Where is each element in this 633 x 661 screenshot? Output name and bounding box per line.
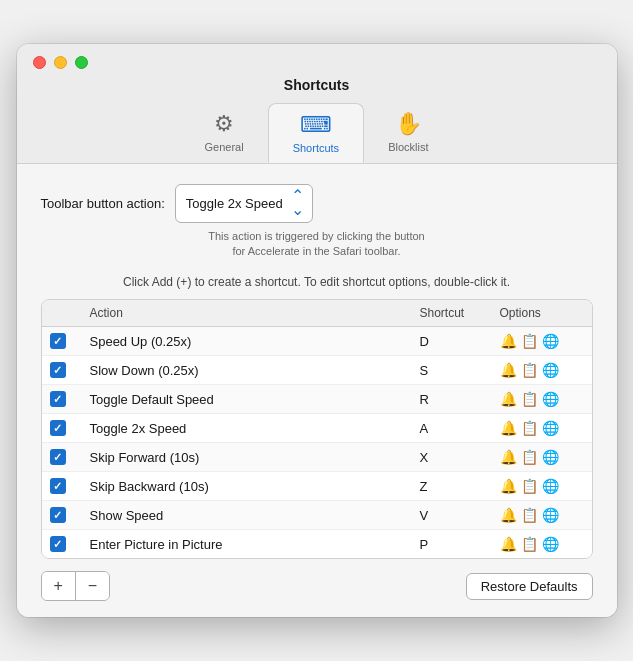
row-shortcut: P [412, 537, 492, 552]
restore-defaults-button[interactable]: Restore Defaults [466, 573, 593, 600]
row-action: Show Speed [82, 508, 412, 523]
checkbox-4[interactable] [50, 420, 66, 436]
options-icons: 🔔 📋 🌐 [500, 420, 559, 436]
row-shortcut: R [412, 392, 492, 407]
row-checkbox[interactable] [42, 478, 82, 494]
tab-shortcuts-label: Shortcuts [293, 142, 339, 154]
tab-blocklist-label: Blocklist [388, 141, 428, 153]
col-options: Options [492, 306, 592, 320]
checkbox-1[interactable] [50, 333, 66, 349]
options-icons: 🔔 📋 🌐 [500, 507, 559, 523]
row-checkbox[interactable] [42, 333, 82, 349]
instruction-text: Click Add (+) to create a shortcut. To e… [41, 275, 593, 289]
tab-general[interactable]: ⚙ General [181, 103, 268, 163]
globe-icon[interactable]: 🌐 [542, 507, 559, 523]
row-options: 🔔 📋 🌐 [492, 333, 592, 349]
globe-icon[interactable]: 🌐 [542, 449, 559, 465]
row-shortcut: D [412, 334, 492, 349]
toolbar-select[interactable]: Toggle 2x Speed ⌃ ⌄ [175, 184, 313, 223]
titlebar: Shortcuts ⚙ General ⌨ Shortcuts ✋ Blockl… [17, 44, 617, 164]
table-row: Speed Up (0.25x) D 🔔 📋 🌐 [42, 327, 592, 356]
bell-icon[interactable]: 🔔 [500, 391, 517, 407]
remove-button[interactable]: − [76, 572, 109, 600]
table-row: Slow Down (0.25x) S 🔔 📋 🌐 [42, 356, 592, 385]
row-action: Skip Backward (10s) [82, 479, 412, 494]
toolbar-select-value: Toggle 2x Speed [186, 196, 283, 211]
doc-icon[interactable]: 📋 [521, 391, 538, 407]
row-checkbox[interactable] [42, 391, 82, 407]
row-checkbox[interactable] [42, 420, 82, 436]
checkbox-7[interactable] [50, 507, 66, 523]
toolbar-row: Toolbar button action: Toggle 2x Speed ⌃… [41, 184, 593, 223]
row-checkbox[interactable] [42, 536, 82, 552]
globe-icon[interactable]: 🌐 [542, 362, 559, 378]
add-button[interactable]: + [42, 572, 76, 600]
globe-icon[interactable]: 🌐 [542, 333, 559, 349]
options-icons: 🔔 📋 🌐 [500, 391, 559, 407]
table-row: Skip Backward (10s) Z 🔔 📋 🌐 [42, 472, 592, 501]
table-row: Show Speed V 🔔 📋 🌐 [42, 501, 592, 530]
row-checkbox[interactable] [42, 507, 82, 523]
main-window: Shortcuts ⚙ General ⌨ Shortcuts ✋ Blockl… [17, 44, 617, 618]
bell-icon[interactable]: 🔔 [500, 507, 517, 523]
row-checkbox[interactable] [42, 362, 82, 378]
maximize-button[interactable] [75, 56, 88, 69]
doc-icon[interactable]: 📋 [521, 333, 538, 349]
options-icons: 🔔 📋 🌐 [500, 536, 559, 552]
bell-icon[interactable]: 🔔 [500, 449, 517, 465]
globe-icon[interactable]: 🌐 [542, 391, 559, 407]
globe-icon[interactable]: 🌐 [542, 536, 559, 552]
traffic-lights [33, 56, 88, 69]
table-row: Toggle 2x Speed A 🔔 📋 🌐 [42, 414, 592, 443]
blocklist-icon: ✋ [395, 111, 422, 137]
bell-icon[interactable]: 🔔 [500, 333, 517, 349]
col-action: Action [82, 306, 412, 320]
checkbox-3[interactable] [50, 391, 66, 407]
tab-shortcuts[interactable]: ⌨ Shortcuts [268, 103, 364, 163]
bell-icon[interactable]: 🔔 [500, 362, 517, 378]
checkbox-2[interactable] [50, 362, 66, 378]
checkbox-5[interactable] [50, 449, 66, 465]
row-shortcut: X [412, 450, 492, 465]
col-shortcut: Shortcut [412, 306, 492, 320]
doc-icon[interactable]: 📋 [521, 507, 538, 523]
toolbar-hint: This action is triggered by clicking the… [41, 229, 593, 260]
content-area: Toolbar button action: Toggle 2x Speed ⌃… [17, 164, 617, 618]
checkbox-8[interactable] [50, 536, 66, 552]
row-options: 🔔 📋 🌐 [492, 391, 592, 407]
row-shortcut: V [412, 508, 492, 523]
row-action: Speed Up (0.25x) [82, 334, 412, 349]
row-options: 🔔 📋 🌐 [492, 536, 592, 552]
options-icons: 🔔 📋 🌐 [500, 333, 559, 349]
table-row: Skip Forward (10s) X 🔔 📋 🌐 [42, 443, 592, 472]
checkbox-6[interactable] [50, 478, 66, 494]
globe-icon[interactable]: 🌐 [542, 420, 559, 436]
tab-blocklist[interactable]: ✋ Blocklist [364, 103, 452, 163]
row-options: 🔔 📋 🌐 [492, 507, 592, 523]
window-title: Shortcuts [284, 77, 349, 93]
bell-icon[interactable]: 🔔 [500, 478, 517, 494]
table-row: Toggle Default Speed R 🔔 📋 🌐 [42, 385, 592, 414]
row-checkbox[interactable] [42, 449, 82, 465]
toolbar-action-label: Toolbar button action: [41, 196, 165, 211]
row-options: 🔔 📋 🌐 [492, 420, 592, 436]
minimize-button[interactable] [54, 56, 67, 69]
bell-icon[interactable]: 🔔 [500, 536, 517, 552]
table-row: Enter Picture in Picture P 🔔 📋 🌐 [42, 530, 592, 558]
options-icons: 🔔 📋 🌐 [500, 478, 559, 494]
doc-icon[interactable]: 📋 [521, 478, 538, 494]
bell-icon[interactable]: 🔔 [500, 420, 517, 436]
doc-icon[interactable]: 📋 [521, 449, 538, 465]
close-button[interactable] [33, 56, 46, 69]
row-options: 🔔 📋 🌐 [492, 362, 592, 378]
doc-icon[interactable]: 📋 [521, 536, 538, 552]
doc-icon[interactable]: 📋 [521, 420, 538, 436]
row-options: 🔔 📋 🌐 [492, 478, 592, 494]
doc-icon[interactable]: 📋 [521, 362, 538, 378]
row-action: Toggle 2x Speed [82, 421, 412, 436]
shortcuts-table: Action Shortcut Options Speed Up (0.25x)… [41, 299, 593, 559]
globe-icon[interactable]: 🌐 [542, 478, 559, 494]
add-remove-buttons: + − [41, 571, 111, 601]
row-shortcut: Z [412, 479, 492, 494]
row-action: Toggle Default Speed [82, 392, 412, 407]
